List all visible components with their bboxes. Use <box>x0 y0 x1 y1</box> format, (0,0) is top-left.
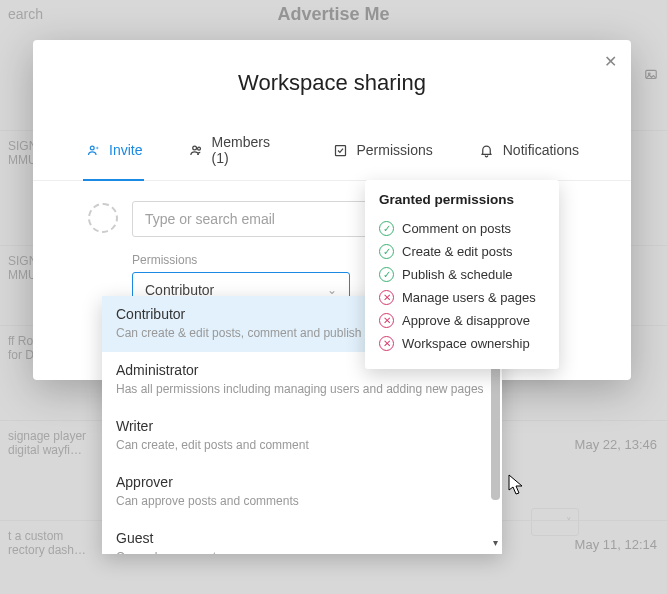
permission-item: ✕ Manage users & pages <box>379 286 545 309</box>
permission-label: Publish & schedule <box>402 267 513 282</box>
role-option-desc: Can approve posts and comments <box>116 494 488 508</box>
role-option-title: Approver <box>116 474 488 490</box>
email-input[interactable] <box>132 201 377 237</box>
role-option-writer[interactable]: Writer Can create, edit posts and commen… <box>102 408 502 464</box>
check-circle-icon: ✓ <box>379 221 394 236</box>
permission-item: ✕ Workspace ownership <box>379 332 545 355</box>
role-option-guest[interactable]: Guest Can only comment <box>102 520 502 554</box>
tab-permissions[interactable]: Permissions <box>330 124 434 180</box>
permission-label: Workspace ownership <box>402 336 530 351</box>
granted-permissions-popover: Granted permissions ✓ Comment on posts ✓… <box>365 180 559 369</box>
permission-item: ✓ Publish & schedule <box>379 263 545 286</box>
close-icon[interactable]: ✕ <box>604 52 617 71</box>
role-option-title: Writer <box>116 418 488 434</box>
x-circle-icon: ✕ <box>379 290 394 305</box>
tab-label: Members (1) <box>212 134 287 166</box>
role-option-approver[interactable]: Approver Can approve posts and comments <box>102 464 502 520</box>
permission-label: Manage users & pages <box>402 290 536 305</box>
permission-item: ✓ Create & edit posts <box>379 240 545 263</box>
svg-point-4 <box>197 147 200 150</box>
tab-label: Invite <box>109 142 142 158</box>
tab-invite[interactable]: Invite <box>83 124 144 180</box>
role-option-desc: Can create, edit posts and comment <box>116 438 488 452</box>
modal-tabs: Invite Members (1) Permissions Notificat… <box>33 124 631 181</box>
person-add-icon <box>85 142 101 158</box>
tab-members[interactable]: Members (1) <box>186 124 288 180</box>
permission-item: ✕ Approve & disapprove <box>379 309 545 332</box>
svg-point-2 <box>90 146 94 150</box>
tab-notifications[interactable]: Notifications <box>477 124 581 180</box>
check-circle-icon: ✓ <box>379 244 394 259</box>
x-circle-icon: ✕ <box>379 313 394 328</box>
permission-item: ✓ Comment on posts <box>379 217 545 240</box>
x-circle-icon: ✕ <box>379 336 394 351</box>
role-option-title: Guest <box>116 530 488 546</box>
avatar-placeholder <box>88 203 118 233</box>
svg-point-3 <box>192 146 196 150</box>
permission-label: Approve & disapprove <box>402 313 530 328</box>
role-option-desc: Can only comment <box>116 550 488 554</box>
bell-icon <box>479 142 495 158</box>
dropdown-caret-icon: ▾ <box>493 537 498 548</box>
check-square-icon <box>332 142 348 158</box>
permission-label: Create & edit posts <box>402 244 513 259</box>
role-option-desc: Has all permissions including managing u… <box>116 382 488 396</box>
tab-label: Permissions <box>356 142 432 158</box>
chevron-down-icon: ⌄ <box>327 283 337 297</box>
check-circle-icon: ✓ <box>379 267 394 282</box>
tab-label: Notifications <box>503 142 579 158</box>
modal-title: Workspace sharing <box>33 70 631 96</box>
permission-label: Comment on posts <box>402 221 511 236</box>
people-icon <box>188 142 203 158</box>
svg-rect-5 <box>335 145 345 155</box>
granted-permissions-title: Granted permissions <box>379 192 545 207</box>
